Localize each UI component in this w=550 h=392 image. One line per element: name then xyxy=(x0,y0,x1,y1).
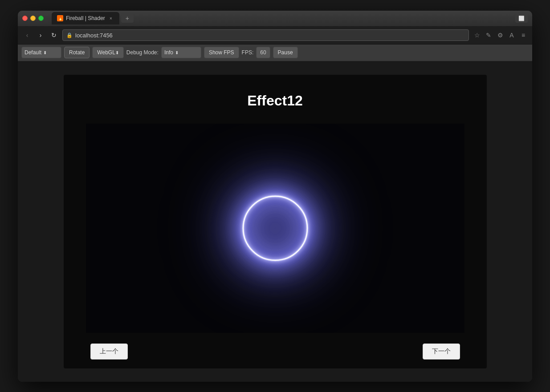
rotate-label: Rotate xyxy=(69,49,85,56)
traffic-lights xyxy=(22,16,44,21)
pause-button[interactable]: Pause xyxy=(273,47,298,58)
prev-button[interactable]: 上一个 xyxy=(90,344,128,360)
canvas-area xyxy=(86,124,464,333)
next-button[interactable]: 下一个 xyxy=(423,344,460,360)
tab-bar: 🔥 Fireball | Shader × + xyxy=(52,12,512,24)
forward-icon: › xyxy=(40,32,42,39)
url-text: localhost:7456 xyxy=(75,32,113,39)
back-button[interactable]: ‹ xyxy=(22,30,32,40)
webgl-chevron-icon: ⬍ xyxy=(115,50,119,55)
fps-value: 60 xyxy=(260,49,266,56)
content-area: Effect12 xyxy=(18,61,532,382)
show-fps-label: Show FPS xyxy=(209,49,234,56)
bookmark-icon[interactable]: ☆ xyxy=(473,31,481,40)
pencil-icon[interactable]: ✎ xyxy=(484,31,493,40)
translate-icon[interactable]: A xyxy=(507,31,516,40)
minimize-button[interactable] xyxy=(30,16,36,21)
canvas-wrapper: Effect12 xyxy=(64,75,487,368)
glowing-ring xyxy=(231,184,320,273)
refresh-button[interactable]: ↻ xyxy=(49,30,59,40)
preset-value: Default xyxy=(24,49,41,56)
fps-label: FPS: xyxy=(242,49,254,56)
debug-mode-value: Info xyxy=(164,49,173,56)
debug-mode-select[interactable]: Info ⬍ xyxy=(161,47,201,58)
back-icon: ‹ xyxy=(26,32,29,39)
close-button[interactable] xyxy=(22,16,28,21)
effect-title: Effect12 xyxy=(247,93,303,109)
tab-close-icon[interactable]: × xyxy=(108,15,114,21)
window-action-icon[interactable]: ⬜ xyxy=(515,14,528,23)
pause-label: Pause xyxy=(278,49,293,56)
new-tab-button[interactable]: + xyxy=(121,14,134,23)
debug-mode-label: Debug Mode: xyxy=(126,49,159,56)
active-tab[interactable]: 🔥 Fireball | Shader × xyxy=(52,12,119,24)
maximize-button[interactable] xyxy=(38,16,44,21)
refresh-icon: ↻ xyxy=(51,32,57,39)
toolbar: Default ⬍ Rotate WebGL ⬍ Debug Mode: Inf… xyxy=(18,44,532,61)
lock-icon: 🔒 xyxy=(66,32,73,38)
address-icons: ☆ ✎ ⚙ A ≡ xyxy=(473,31,528,40)
settings-icon[interactable]: ⚙ xyxy=(496,31,505,40)
show-fps-button[interactable]: Show FPS xyxy=(204,47,239,58)
tab-favicon: 🔥 xyxy=(57,15,63,21)
webgl-button[interactable]: WebGL ⬍ xyxy=(92,47,123,58)
forward-button[interactable]: › xyxy=(36,30,45,40)
address-bar: ‹ › ↻ 🔒 localhost:7456 ☆ ✎ ⚙ A ≡ xyxy=(18,27,532,44)
browser-window: 🔥 Fireball | Shader × + ⬜ ‹ › ↻ 🔒 localh… xyxy=(18,11,532,382)
rotate-button[interactable]: Rotate xyxy=(64,47,90,58)
webgl-label: WebGL xyxy=(97,49,115,56)
preset-select[interactable]: Default ⬍ xyxy=(21,47,61,58)
debug-chevron-icon: ⬍ xyxy=(175,50,179,55)
title-bar: 🔥 Fireball | Shader × + ⬜ xyxy=(18,11,532,27)
fps-display: 60 xyxy=(256,47,270,58)
menu-icon[interactable]: ≡ xyxy=(519,31,528,40)
tab-title: Fireball | Shader xyxy=(66,15,105,21)
url-bar[interactable]: 🔒 localhost:7456 xyxy=(62,29,469,41)
svg-point-3 xyxy=(243,196,307,260)
preset-chevron-icon: ⬍ xyxy=(43,50,47,55)
nav-buttons: 上一个 下一个 xyxy=(64,344,487,360)
